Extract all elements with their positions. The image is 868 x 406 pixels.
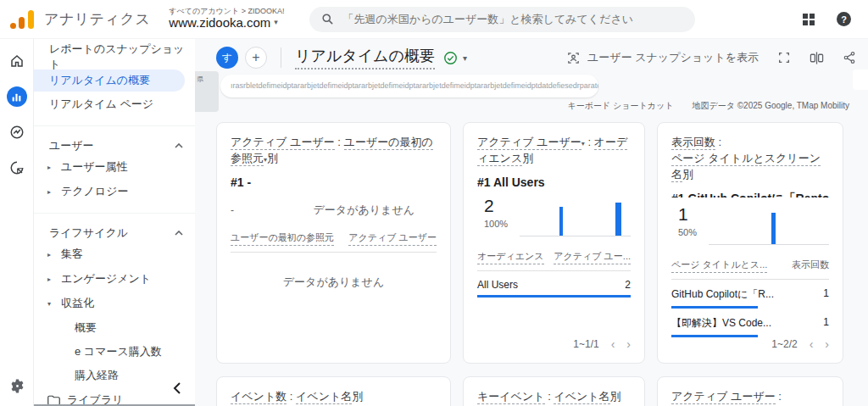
metric-value: 1 [671, 204, 697, 225]
add-comparison-button[interactable]: + [245, 47, 267, 69]
row-value: 2 [625, 279, 631, 291]
metric-selector[interactable]: キーイベント [477, 390, 545, 404]
table-row[interactable]: 【即解決】VS Code... 1 [671, 309, 829, 337]
table-row[interactable]: All Users 2 [477, 271, 631, 298]
row-label: GitHub Copilotに「R... [671, 287, 774, 302]
sidebar-item-label: 購入経路 [75, 368, 119, 383]
title-dropdown-caret-icon[interactable]: ▾ [463, 53, 467, 63]
card-key-events-by-name: キーイベント : イベント名別 [463, 376, 645, 406]
metric-selector[interactable]: アクティブ ユーザー [477, 136, 581, 150]
card-title: アクティブ ユーザー : ユーザーの最初の参照元▾別 [231, 135, 437, 167]
table-row[interactable]: GitHub Copilotに「R... 1 [671, 280, 829, 309]
empty-value: - [231, 204, 234, 216]
explore-icon[interactable] [7, 122, 27, 142]
search-icon [321, 13, 334, 25]
data-quality-check-icon[interactable] [443, 51, 458, 65]
sidebar-item-library[interactable]: ライブラリ [34, 388, 195, 406]
analytics-logo-icon [10, 8, 36, 31]
dimension-selector[interactable]: イベント名 [296, 390, 352, 404]
sidebar-item-engagement[interactable]: ▸ エンゲージメント [34, 268, 195, 290]
settings-gear-icon[interactable] [7, 375, 27, 396]
collapse-sidebar-icon[interactable] [173, 382, 181, 394]
column-header-dimension[interactable]: ページ タイトルとス... [671, 259, 767, 273]
metric-selector[interactable]: アクティブ ユーザー [231, 136, 335, 150]
card-users-by-first-source: アクティブ ユーザー : ユーザーの最初の参照元▾別 #1 - - データがあり… [216, 122, 451, 364]
fullscreen-icon[interactable] [777, 51, 791, 64]
user-snapshot-button[interactable]: ユーザー スナップショットを表示 [566, 50, 759, 65]
column-header-metric[interactable]: アクティブ ユー... [554, 250, 631, 264]
chevron-up-icon [175, 231, 183, 236]
user-snapshot-label: ユーザー スナップショットを表示 [587, 50, 759, 65]
share-icon[interactable] [843, 51, 856, 64]
realtime-cards-grid: アクティブ ユーザー : ユーザーの最初の参照元▾別 #1 - - データがあり… [195, 119, 868, 406]
user-snapshot-icon [566, 51, 581, 65]
apps-grid-icon[interactable] [803, 14, 815, 25]
row-value: 1 [823, 316, 829, 331]
metric-selector[interactable]: イベント数 [231, 390, 287, 404]
triangle-right-icon: ▸ [47, 164, 54, 171]
sidebar-item-label: 集客 [61, 247, 83, 262]
top-app-bar: アナリティクス すべてのアカウント > ZIDOOKA! www.zidooka… [0, 0, 868, 39]
realtime-map-zone: 県 ırasrbletdefimeidptararbjetdefimeidpta… [195, 76, 868, 119]
sidebar-item-realtime-overview[interactable]: リアルタイムの概要 [34, 70, 185, 92]
sidebar-item-monetization[interactable]: ▾ 収益化 [34, 292, 195, 314]
sidebar-item-label: 収益化 [61, 296, 94, 311]
map-glitch-toast: ırasrbletdefimeidptararbjetdefimeidptara… [220, 75, 598, 97]
triangle-right-icon: ▸ [47, 188, 54, 196]
metric-value: 2 [477, 196, 508, 216]
sidebar-section-label: ライフサイクル [49, 225, 128, 241]
column-header-dimension[interactable]: ユーザーの最初の参照元 [231, 231, 334, 246]
column-header-metric[interactable]: アクティブ ユーザー [348, 231, 437, 246]
report-header: す + リアルタイムの概要 ▾ ユーザー スナップショ [195, 39, 868, 76]
page-title[interactable]: リアルタイムの概要 [295, 46, 435, 70]
compare-reports-icon[interactable] [810, 51, 824, 65]
dimension-selector[interactable]: イベント名 [554, 390, 609, 404]
sidebar-item-purchase-journey[interactable]: 購入経路 [34, 364, 195, 387]
sidebar-item-user-attributes[interactable]: ▸ ユーザー属性 [34, 156, 195, 178]
pagination: 1~1/1 ‹ › [477, 337, 631, 351]
column-header-dimension[interactable]: オーディエンス [477, 250, 544, 264]
sidebar-item-monetization-overview[interactable]: 概要 [34, 317, 195, 339]
page-prev-icon[interactable]: ‹ [611, 337, 615, 351]
search-bar[interactable] [309, 7, 695, 32]
account-switcher[interactable]: すべてのアカウント > ZIDOOKA! www.zidooka.com ▾ [169, 8, 284, 30]
page-prev-icon[interactable]: ‹ [810, 337, 814, 351]
sidebar-section-user[interactable]: ユーザー [34, 125, 195, 156]
metric-selector[interactable]: 表示回数 [671, 136, 715, 150]
comparison-avatar-chip[interactable]: す [216, 47, 238, 69]
sidebar-item-realtime-pages[interactable]: リアルタイム ページ [34, 93, 195, 115]
card-event-count-by-name: イベント数 : イベント名別 [216, 376, 451, 406]
column-header-metric[interactable]: 表示回数 [792, 259, 829, 273]
sidebar-item-technology[interactable]: ▸ テクノロジー [34, 181, 195, 203]
triangle-down-icon: ▾ [47, 300, 54, 308]
sidebar-item-acquisition[interactable]: ▸ 集客 [34, 243, 195, 265]
triangle-right-icon: ▸ [47, 251, 54, 259]
metric-selector[interactable]: アクティブ ユーザー [671, 390, 776, 404]
no-data-label: データがありません [314, 203, 415, 218]
row-value-bar [671, 335, 758, 337]
sidebar-item-label: ユーザー属性 [61, 159, 128, 175]
card-title: アクティブ ユーザー▾ : オーディエンス別 [477, 135, 631, 167]
card-title: アクティブ ユーザー : ユーザー プロパティ▾別 [671, 389, 829, 406]
triangle-right-icon: ▸ [47, 275, 54, 283]
app-name: アナリティクス [44, 9, 150, 29]
sidebar-item-ecommerce-purchases[interactable]: e コマース購入数 [34, 341, 195, 363]
search-input[interactable] [342, 13, 683, 25]
help-icon[interactable]: ? [837, 12, 851, 26]
card-users-by-user-property: アクティブ ユーザー : ユーザー プロパティ▾別 [657, 376, 843, 406]
reports-icon[interactable] [7, 86, 27, 107]
page-next-icon[interactable]: › [626, 337, 631, 351]
keyboard-shortcuts-link[interactable]: キーボード ショートカット [568, 100, 674, 112]
home-icon[interactable] [7, 51, 27, 71]
advertising-icon[interactable] [7, 158, 27, 178]
map-attribution: キーボード ショートカット 地図データ ©2025 Google, TMap M… [568, 100, 868, 112]
map-fragment: 県 [195, 71, 219, 112]
map-control-box[interactable] [853, 70, 868, 90]
sidebar-item-report-snapshot[interactable]: レポートのスナップショット [34, 46, 195, 68]
row-value: 1 [823, 287, 829, 302]
sidebar-item-label: 概要 [75, 320, 97, 336]
dimension-selector[interactable]: ページ タイトルとスクリーン名 [671, 152, 821, 182]
sidebar-section-lifecycle[interactable]: ライフサイクル [34, 213, 195, 243]
page-next-icon[interactable]: › [825, 337, 829, 351]
pagination-range: 1~2/2 [771, 338, 797, 350]
